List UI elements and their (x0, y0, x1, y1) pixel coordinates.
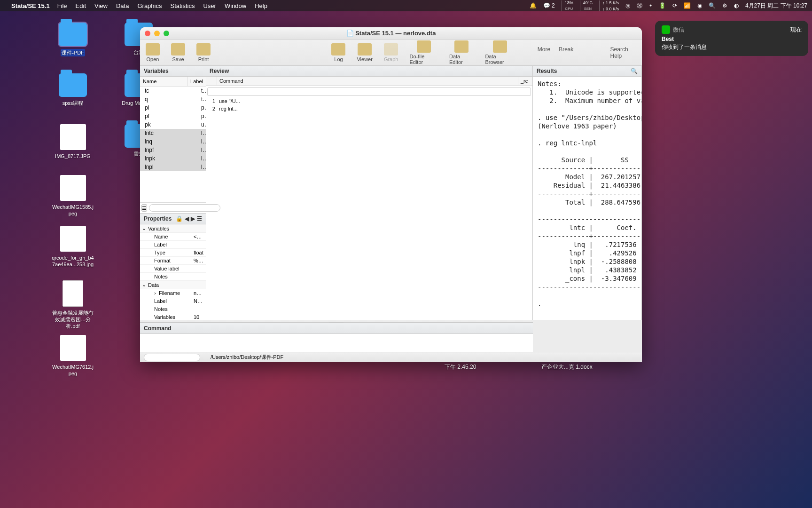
status-icon[interactable]: Ⓢ (637, 2, 642, 10)
menu-help[interactable]: Help (255, 2, 267, 9)
wifi-icon[interactable]: 📶 (684, 2, 691, 9)
toolbar-data-browser-button[interactable]: Data Browser (485, 40, 515, 65)
wechat-app-icon (662, 25, 670, 34)
menu-data[interactable]: Data (116, 2, 129, 9)
variable-row[interactable]: lnpklnpk (140, 154, 206, 163)
variable-row[interactable]: lntclntc (140, 129, 206, 137)
properties-panel: Properties🔒◀▶☰ ⌄Variables Name<5 variabl… (140, 214, 206, 320)
lock-icon[interactable]: 🔒 (176, 215, 183, 222)
close-icon[interactable] (145, 31, 150, 36)
icon-label: qrcode_for_gh_b47ae49ea...258.jpg (52, 254, 94, 268)
window-titlebar[interactable]: 📄 Stata/SE 15.1 — nerlove.dta (140, 27, 642, 40)
menu-user[interactable]: User (203, 2, 216, 9)
window-title: 📄 Stata/SE 15.1 — nerlove.dta (346, 30, 436, 37)
menu-view[interactable]: View (94, 2, 108, 9)
props-variables-section[interactable]: ⌄Variables (140, 224, 206, 233)
menu-graphics[interactable]: Graphics (137, 2, 162, 9)
desktop-icon[interactable]: spss课程 (52, 73, 94, 106)
chevron-down-icon: ⌄ (142, 282, 146, 288)
clock[interactable]: 4月27日 周二 下午 10:27 (745, 2, 807, 10)
app-name[interactable]: Stata/SE 15.1 (11, 2, 50, 9)
desktop-icon[interactable]: WechatIMG7612.jpeg (52, 335, 94, 377)
property-row[interactable]: Notes (140, 273, 206, 281)
property-row[interactable]: LabelNerlove 1963 paper (140, 297, 206, 305)
props-menu-icon[interactable]: ☰ (197, 215, 202, 222)
menu-statistics[interactable]: Statistics (170, 2, 195, 9)
next-var-icon[interactable]: ▶ (191, 215, 195, 222)
stata-window: 📄 Stata/SE 15.1 — nerlove.dta OpenSavePr… (140, 27, 642, 362)
menu-edit[interactable]: Edit (76, 2, 86, 9)
variable-row[interactable]: lnqlnq (140, 137, 206, 146)
battery-icon[interactable]: 🔋 (659, 2, 666, 9)
variable-row[interactable]: plprice of la... (140, 103, 206, 112)
toolbar-save-button[interactable]: Save (171, 43, 185, 62)
desktop-icon[interactable]: 课件-PDF (52, 23, 94, 56)
desktop-icon[interactable]: qrcode_for_gh_b47ae49ea...258.jpg (52, 226, 94, 268)
property-row[interactable]: Label (140, 241, 206, 249)
toolbar-data-editor-button[interactable]: Data Editor (449, 40, 474, 65)
status-icon[interactable]: ⟳ (672, 2, 677, 9)
variable-row[interactable]: lnpllnpl (140, 163, 206, 171)
desktop-icon[interactable]: IMG_8717.JPG (52, 124, 94, 159)
command-sash[interactable] (140, 320, 533, 323)
toolbar-label: Open (147, 56, 159, 62)
property-row[interactable]: ›Filenamenerlove.dta (140, 289, 206, 297)
control-center-icon[interactable]: ⚙ (722, 2, 727, 9)
notification-wechat[interactable]: 微信 现在 Best 你收到了一条消息 (655, 21, 808, 56)
siri-icon[interactable]: ◐ (734, 2, 739, 9)
props-data-section[interactable]: ⌄Data (140, 281, 206, 289)
results-header: Results🔍 (533, 66, 641, 77)
icon-label: spss课程 (52, 100, 94, 106)
menu-window[interactable]: Window (225, 2, 246, 9)
toolbar-open-button[interactable]: Open (146, 43, 160, 62)
review-row[interactable]: 2reg lnt... (206, 105, 532, 112)
property-row[interactable]: Format%9.0g (140, 257, 206, 265)
icon-label: WechatIMG1585.jpeg (52, 204, 94, 217)
property-row[interactable]: Name<5 variables selected> (140, 233, 206, 241)
desktop-icon[interactable]: 普惠金融发展能有效减缓贫困...分析.pdf (52, 280, 94, 329)
spotlight-icon[interactable]: 🔍 (709, 2, 716, 9)
more-button[interactable]: More (538, 46, 550, 59)
variable-row[interactable]: pkuser cost... (140, 120, 206, 129)
property-row[interactable]: Value label (140, 265, 206, 273)
variables-menu-button[interactable]: ☰ (141, 204, 147, 212)
property-row[interactable]: Variables10 (140, 313, 206, 320)
variable-row[interactable]: lnpflnpf (140, 146, 206, 154)
variables-search-input[interactable] (149, 204, 220, 212)
toolbar-log-button[interactable]: Log (331, 43, 345, 62)
variable-row[interactable]: tctotal cost (140, 87, 206, 95)
toolbar-print-button[interactable]: Print (196, 43, 211, 62)
search-icon[interactable]: 🔍 (631, 68, 638, 74)
status-icon[interactable]: ◎ (625, 2, 630, 9)
property-row[interactable]: Notes (140, 305, 206, 313)
status-icon[interactable]: ◉ (697, 2, 702, 9)
prev-var-icon[interactable]: ◀ (185, 215, 189, 222)
minimize-icon[interactable] (154, 31, 160, 36)
review-filter-input[interactable] (207, 87, 531, 96)
icon-label: 普惠金融发展能有效减缓贫困...分析.pdf (52, 310, 94, 329)
wechat-status-icon[interactable]: 💬 2 (543, 2, 555, 9)
toolbar-do-file-editor-button[interactable]: Do-file Editor (409, 40, 438, 65)
break-button[interactable]: Break (559, 46, 573, 59)
databr-icon (493, 40, 507, 53)
search-help-button[interactable]: Search Help (610, 46, 636, 59)
bluetooth-icon[interactable]: ᛭ (649, 2, 652, 9)
variable-row[interactable]: qtotal output (140, 95, 206, 103)
variables-column-headers: Name Label (140, 77, 206, 87)
print-icon (196, 43, 211, 56)
command-header: Command (140, 323, 533, 334)
desktop-icon[interactable]: WechatIMG1585.jpeg (52, 175, 94, 217)
results-output[interactable]: Notes: 1. Unicode is supported; see help… (533, 77, 641, 320)
stata-toolbar: OpenSavePrintLogViewerGraphDo-file Edito… (140, 40, 642, 66)
zoom-icon[interactable] (164, 31, 169, 36)
command-input[interactable] (140, 334, 533, 352)
review-row[interactable]: 1use "/U... (206, 97, 532, 105)
notification-center-icon[interactable]: 🔔 (530, 2, 537, 9)
property-row[interactable]: Typefloat (140, 249, 206, 257)
toolbar-viewer-button[interactable]: Viewer (357, 43, 372, 62)
notification-time: 现在 (790, 26, 802, 34)
variable-row[interactable]: pfprice of fu... (140, 112, 206, 120)
menu-file[interactable]: File (57, 2, 67, 9)
image-icon (60, 226, 86, 252)
status-search-input[interactable] (144, 354, 200, 361)
